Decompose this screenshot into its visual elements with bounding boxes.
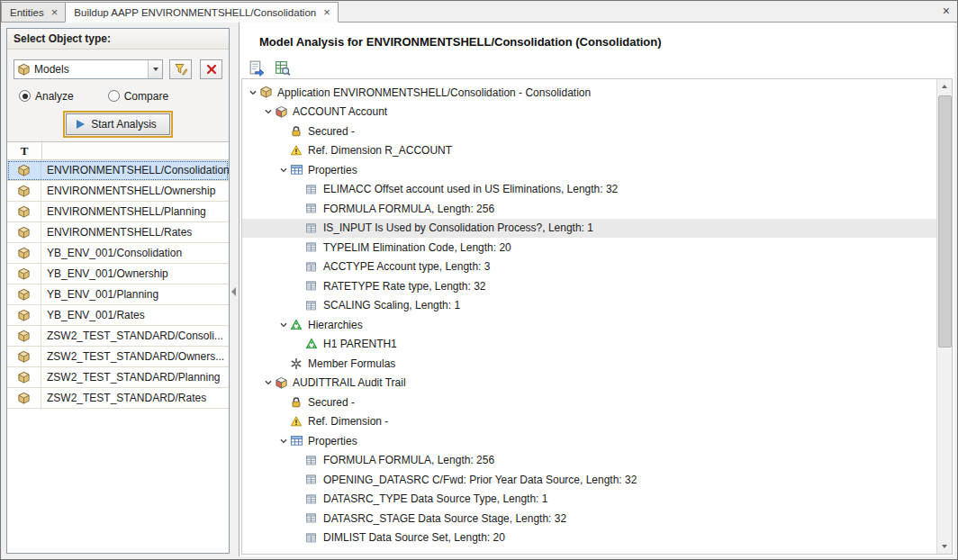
model-label: ZSW2_TEST_STANDARD/Rates [41,388,229,408]
tree-item[interactable]: Member Formulas [242,354,936,374]
property-icon [305,532,321,544]
tree-item-label: Ref. Dimension - [306,415,388,428]
model-icon-cell [7,202,41,221]
close-icon[interactable]: × [943,4,950,18]
scrollbar-thumb[interactable] [938,95,952,348]
list-item[interactable]: ENVIRONMENTSHELL/Consolidation [7,160,229,181]
text-filter-icon[interactable]: T [7,142,42,159]
tree-item[interactable]: H1 PARENTH1 [242,335,936,355]
model-icon [17,309,31,322]
tree-item[interactable]: Secured - [242,393,936,412]
list-item[interactable]: ZSW2_TEST_STANDARD/Rates [7,388,229,409]
tree-item[interactable]: FORMULA FORMULA, Length: 256 [242,199,936,219]
tree-item-label: FORMULA FORMULA, Length: 256 [321,203,494,215]
object-type-dropdown[interactable]: Models [14,59,163,79]
tree-item-label: DIMLIST Data Source Set, Length: 20 [321,531,505,544]
radio-compare[interactable]: Compare [108,90,168,103]
tree-item[interactable]: RATETYPE Rate type, Length: 32 [242,276,936,296]
list-item[interactable]: YB_ENV_001/Planning [7,285,229,305]
list-item[interactable]: YB_ENV_001/Rates [7,305,229,326]
tree-item[interactable]: Properties [242,431,936,451]
tree-item[interactable]: Secured - [242,122,936,141]
radio-analyze[interactable]: Analyze [19,90,74,103]
chevron-down-icon[interactable] [276,321,290,330]
tree-item[interactable]: ACCTYPE Account type, Length: 3 [242,257,936,277]
tree-item[interactable]: SCALING Scaling, Length: 1 [242,296,936,316]
tree-item[interactable]: Hierarchies [242,315,936,335]
chevron-down-icon[interactable] [276,437,290,446]
start-analysis-button[interactable]: Start Analysis [66,113,170,135]
tree-item-label: Properties [306,435,357,447]
model-icon-cell [7,388,41,408]
property-icon [305,241,321,253]
edit-filter-button[interactable] [169,59,192,79]
analysis-tree: Application ENVIRONMENTSHELL/Consolidati… [242,79,936,554]
export-button[interactable] [245,57,267,78]
excel-export-button[interactable] [271,57,293,78]
model-list-table: T ENVIRONMENTSHELL/ConsolidationENVIRONM… [7,141,229,553]
tree-item[interactable]: Ref. Dimension R_ACCOUNT [242,141,936,161]
model-icon [17,164,31,177]
tree-item[interactable]: TYPELIM Elimination Code, Length: 20 [242,238,936,257]
property-icon [305,203,321,214]
tab-close-icon[interactable]: × [323,6,330,18]
model-icon-cell [7,243,41,263]
list-item[interactable]: YB_ENV_001/Ownership [7,264,229,285]
radio-label: Compare [124,90,168,103]
model-list-header: T [7,142,229,160]
panel-splitter[interactable] [230,28,239,554]
vertical-scrollbar[interactable] [936,79,952,554]
tree-item[interactable]: DATASRC_TYPE Data Source Type, Length: 1 [242,490,936,510]
list-item[interactable]: YB_ENV_001/Consolidation [7,243,229,264]
tree-item-label: DATASRC_STAGE Data Source Stage, Length:… [321,512,566,525]
tab-entities[interactable]: Entities× [1,2,66,22]
warning-icon [290,415,306,428]
list-item[interactable]: ENVIRONMENTSHELL/Ownership [7,181,229,202]
model-icon-cell [7,222,41,242]
model-label: ZSW2_TEST_STANDARD/Planning [41,367,229,387]
scroll-down-icon[interactable] [937,539,952,554]
model-list-header-cell[interactable] [42,142,229,159]
chevron-down-icon[interactable] [148,60,162,78]
tab-label: Entities [10,7,44,18]
tab-buildup-aapp-environmentshell-consolidatio[interactable]: Buildup AAPP ENVIRONMENTSHELL/Consolidat… [65,2,338,23]
list-item[interactable]: ENVIRONMENTSHELL/Planning [7,202,229,222]
list-item[interactable]: ZSW2_TEST_STANDARD/Owners... [7,347,229,367]
chevron-down-icon[interactable] [261,378,275,387]
model-label: ENVIRONMENTSHELL/Ownership [41,181,229,201]
tree-item[interactable]: ACCOUNT Account [242,103,936,122]
tree-item[interactable]: Properties [242,160,936,180]
chevron-down-icon[interactable] [276,166,290,175]
radio-label: Analyze [35,90,74,103]
chevron-down-icon[interactable] [261,107,275,116]
tree-item[interactable]: FORMULA FORMULA, Length: 256 [242,451,936,471]
list-item[interactable]: ENVIRONMENTSHELL/Rates [7,222,229,243]
tree-item[interactable]: Ref. Dimension - [242,412,936,432]
tree-item[interactable]: ELIMACC Offset account used in US Elimin… [242,180,936,200]
model-label: ZSW2_TEST_STANDARD/Consoli... [41,326,229,346]
clear-filter-button[interactable] [200,59,222,79]
list-item[interactable]: ZSW2_TEST_STANDARD/Planning [7,367,229,388]
tree-item-label: Secured - [306,125,355,138]
tree-item[interactable]: IS_INPUT Is Used by Consolidation Proces… [242,219,936,239]
tree-item[interactable]: DATASRC_STAGE Data Source Stage, Length:… [242,509,936,528]
tree-item-label: AUDITTRAIL Audit Trail [291,376,406,389]
tree-item[interactable]: DIMLIST Data Source Set, Length: 20 [242,528,936,548]
scroll-up-icon[interactable] [937,79,952,94]
select-object-panel: Select Object type: Models [6,28,230,554]
tab-label: Buildup AAPP ENVIRONMENTSHELL/Consolidat… [74,7,316,18]
model-label: YB_ENV_001/Rates [41,305,229,325]
hierarchy-icon [305,338,321,350]
chevron-down-icon[interactable] [246,88,259,97]
tree-item[interactable]: Application ENVIRONMENTSHELL/Consolidati… [242,83,936,103]
radio-selected-icon [19,90,31,102]
list-item[interactable]: ZSW2_TEST_STANDARD/Consoli... [7,326,229,347]
model-label: YB_ENV_001/Consolidation [41,243,229,263]
tab-close-icon[interactable]: × [51,6,59,18]
tree-item-label: Ref. Dimension R_ACCOUNT [306,144,452,157]
tree-item[interactable]: OPENING_DATASRC C/Fwd: Prior Year Data S… [242,470,936,490]
model-label: ZSW2_TEST_STANDARD/Owners... [41,347,229,366]
tree-item[interactable]: AUDITTRAIL Audit Trail [242,374,936,393]
model-icon [17,371,31,384]
collapse-panel-icon[interactable] [231,287,236,296]
